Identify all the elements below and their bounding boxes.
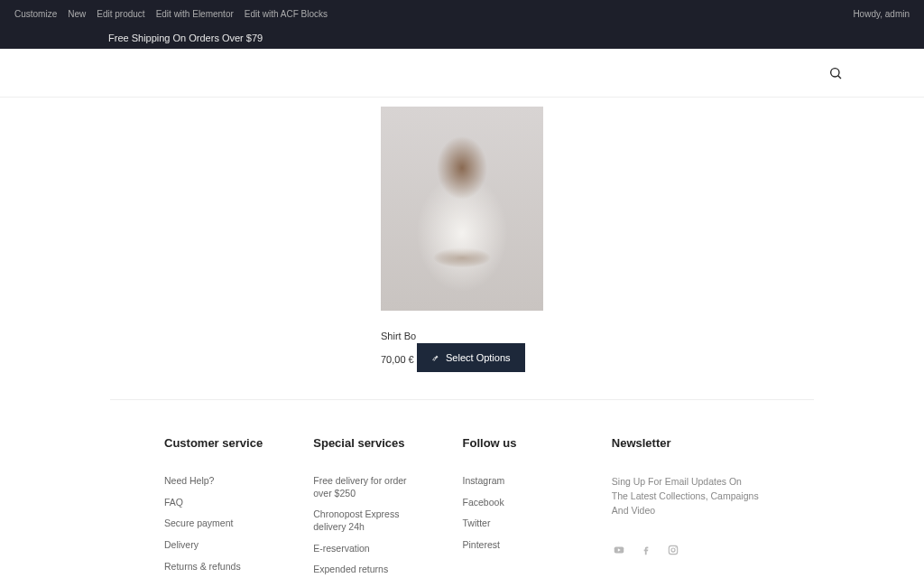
footer-col-special-services: Special services Free delivery for order… <box>313 436 419 578</box>
footer-heading: Customer service <box>164 436 270 450</box>
footer-link[interactable]: Instagram <box>463 475 568 488</box>
footer-col-customer-service: Customer service Need Help? FAQ Secure p… <box>164 436 270 578</box>
footer-link[interactable]: Facebook <box>463 497 568 509</box>
adminbar-item[interactable]: Edit product <box>97 9 144 19</box>
svg-point-6 <box>675 547 676 548</box>
search-button[interactable] <box>828 66 843 80</box>
search-icon <box>828 66 843 80</box>
footer-link[interactable]: Free delivery for order over $250 <box>313 475 419 499</box>
button-label: Select Options <box>446 352 511 363</box>
footer-link[interactable]: Secure payment <box>164 517 270 530</box>
footer-link[interactable]: Pinterest <box>463 539 568 552</box>
footer-heading: Newsletter <box>612 436 760 450</box>
adminbar-howdy[interactable]: Howdy, admin <box>853 9 910 19</box>
footer-link[interactable]: Chronopost Express delivery 24h <box>313 508 419 533</box>
product-grid: Shirt Bo 70,00 € 70,00 € Select Options <box>0 98 924 383</box>
footer: Customer service Need Help? FAQ Secure p… <box>110 400 814 578</box>
announcement-text: Free Shipping On Orders Over $79 <box>108 33 263 43</box>
svg-point-0 <box>831 68 839 76</box>
product-title[interactable]: Shirt Bo <box>381 331 543 341</box>
product-image[interactable] <box>381 107 543 311</box>
youtube-icon[interactable] <box>612 543 626 557</box>
adminbar-item[interactable]: Customize <box>14 9 57 19</box>
footer-heading: Special services <box>313 436 419 450</box>
footer-link[interactable]: Need Help? <box>164 475 270 488</box>
footer-heading: Follow us <box>463 436 568 450</box>
facebook-icon[interactable] <box>639 543 653 557</box>
footer-link[interactable]: E-reservation <box>313 543 419 555</box>
select-options-button[interactable]: Select Options <box>417 343 525 372</box>
adminbar-item[interactable]: Edit with ACF Blocks <box>245 9 328 19</box>
wp-admin-bar[interactable]: Customize New Edit product Edit with Ele… <box>0 0 924 27</box>
footer-link[interactable]: FAQ <box>164 497 270 509</box>
footer-col-newsletter: Newsletter Sing Up For Email Updates On … <box>612 436 760 578</box>
svg-point-5 <box>671 548 675 552</box>
wrench-icon <box>431 353 440 362</box>
social-icons <box>612 543 760 557</box>
footer-col-follow-us: Follow us Instagram Facebook Twitter Pin… <box>463 436 568 578</box>
product-card[interactable]: Shirt Bo 70,00 € 70,00 € Select Options <box>381 107 543 365</box>
footer-link[interactable]: Twitter <box>463 517 568 530</box>
adminbar-item[interactable]: New <box>68 9 86 19</box>
adminbar-item[interactable]: Edit with Elementor <box>156 9 234 19</box>
newsletter-text: Sing Up For Email Updates On The Latest … <box>612 475 760 517</box>
footer-link[interactable]: Delivery <box>164 539 270 552</box>
footer-link[interactable]: Expended returns <box>313 564 419 576</box>
svg-line-1 <box>838 75 841 78</box>
footer-link[interactable]: Returns & refunds <box>164 561 270 573</box>
announcement-bar: Free Shipping On Orders Over $79 <box>0 27 924 49</box>
site-header <box>0 49 924 98</box>
instagram-icon[interactable] <box>666 543 680 557</box>
price-regular: 70,00 € <box>381 354 414 365</box>
